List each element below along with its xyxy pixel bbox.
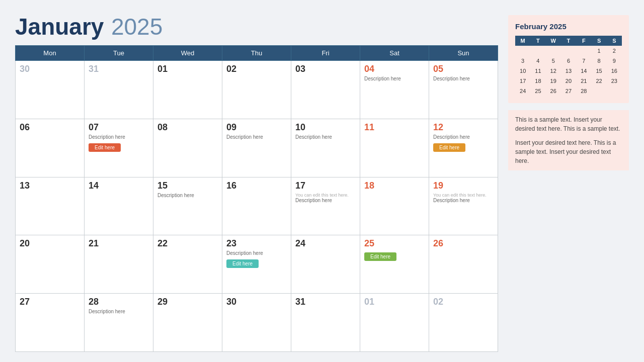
day-number: 14 <box>89 180 149 191</box>
mini-day-cell: 1 <box>591 46 606 56</box>
calendar-week-row: 131415Description here1617You can edit t… <box>16 177 498 235</box>
mini-day-cell: 9 <box>607 56 622 66</box>
mini-day-cell <box>546 46 561 56</box>
mini-calendar-container: February 2025 MTWTFSS 123456789101112131… <box>508 15 629 103</box>
mini-weekday-header: M <box>515 36 530 46</box>
mini-day-cell <box>515 46 530 56</box>
day-number: 31 <box>295 297 356 307</box>
sidebar-para2: Insert your desired text here. This is a… <box>515 138 622 165</box>
day-description: Description here <box>89 309 149 314</box>
main-title: January 2025 <box>15 15 498 38</box>
weekday-header-cell: Thu <box>222 46 291 61</box>
day-number: 13 <box>20 180 80 191</box>
day-number: 07 <box>89 122 149 133</box>
day-description: Description here <box>433 76 494 81</box>
day-number: 22 <box>157 238 218 249</box>
weekday-header-row: MonTueWedThuFriSatSun <box>16 46 498 61</box>
mini-weekday-header: W <box>546 36 561 46</box>
weekday-header-cell: Sun <box>429 46 498 61</box>
mini-week-row: 2425262728 <box>515 86 622 96</box>
calendar-day-cell: 05Description here <box>429 61 498 119</box>
mini-day-cell: 19 <box>546 76 561 86</box>
day-number: 23 <box>226 238 287 249</box>
mini-day-cell: 23 <box>607 76 622 86</box>
day-number: 01 <box>364 297 425 307</box>
right-panel: February 2025 MTWTFSS 123456789101112131… <box>508 15 629 352</box>
day-number: 21 <box>89 238 149 249</box>
year-label: 2025 <box>111 14 163 40</box>
calendar-day-cell: 01 <box>360 294 429 352</box>
calendar-day-cell: 28Description here <box>85 294 153 352</box>
calendar-day-cell: 23Description hereEdit here <box>222 235 291 294</box>
day-number: 02 <box>433 297 494 307</box>
calendar-day-cell: 15Description here <box>153 177 222 235</box>
day-number: 31 <box>89 64 149 74</box>
mini-day-cell: 27 <box>561 86 576 96</box>
day-number: 19 <box>433 180 494 191</box>
mini-day-cell: 26 <box>546 86 561 96</box>
edit-button[interactable]: Edit here <box>226 259 259 268</box>
edit-button[interactable]: Edit here <box>89 143 121 152</box>
day-number: 26 <box>433 238 494 249</box>
calendar-day-cell: 20 <box>16 235 85 294</box>
edit-button[interactable]: Edit here <box>433 143 465 152</box>
day-number: 27 <box>20 297 80 307</box>
day-description: Description here <box>89 134 149 140</box>
mini-day-cell: 7 <box>576 56 591 66</box>
day-number: 06 <box>20 122 80 133</box>
calendar-day-cell: 02 <box>222 61 291 119</box>
month-label: January <box>15 14 104 40</box>
day-number: 24 <box>295 238 356 249</box>
calendar-day-cell: 16 <box>222 177 291 235</box>
calendar-day-cell: 30 <box>222 294 291 352</box>
mini-day-cell: 11 <box>530 66 545 76</box>
mini-day-cell: 20 <box>561 76 576 86</box>
weekday-header-cell: Sat <box>360 46 429 61</box>
calendar-day-cell: 09Description here <box>222 119 291 177</box>
calendar-day-cell: 13 <box>16 177 85 235</box>
edit-button[interactable]: Edit here <box>364 252 396 261</box>
calendar-week-row: 0607Description hereEdit here0809Descrip… <box>16 119 498 177</box>
calendar-day-cell: 21 <box>85 235 153 294</box>
mini-weekday-header: T <box>561 36 576 46</box>
calendar-day-cell: 27 <box>16 294 85 352</box>
day-description: Description here <box>157 193 218 198</box>
day-number: 28 <box>89 297 149 307</box>
calendar-day-cell: 17You can edit this text here.Descriptio… <box>291 177 360 235</box>
calendar-day-cell: 11 <box>360 119 429 177</box>
day-number: 30 <box>20 64 80 74</box>
calendar-week-row: 303101020304Description here05Descriptio… <box>16 61 498 119</box>
mini-day-cell <box>607 86 622 96</box>
day-number: 08 <box>157 122 218 133</box>
day-number: 18 <box>364 180 425 191</box>
day-number: 09 <box>226 122 287 133</box>
day-description: Description here <box>226 134 287 140</box>
day-number: 16 <box>226 180 287 191</box>
calendar-day-cell: 14 <box>85 177 153 235</box>
day-number: 02 <box>226 64 287 74</box>
calendar-day-cell: 31 <box>291 294 360 352</box>
mini-day-cell: 5 <box>546 56 561 66</box>
mini-day-cell: 3 <box>515 56 530 66</box>
mini-day-cell: 28 <box>576 86 591 96</box>
mini-week-row: 10111213141516 <box>515 66 622 76</box>
mini-day-cell: 18 <box>530 76 545 86</box>
mini-week-row: 12 <box>515 46 622 56</box>
sidebar-para1: This is a sample text. Insert your desir… <box>515 115 622 133</box>
day-description: Description here <box>433 134 494 140</box>
calendar-day-cell: 30 <box>16 61 85 119</box>
calendar-day-cell: 06 <box>16 119 85 177</box>
day-number: 12 <box>433 122 494 133</box>
mini-day-cell <box>530 46 545 56</box>
day-number: 25 <box>364 238 425 249</box>
calendar-day-cell: 03 <box>291 61 360 119</box>
mini-day-cell: 25 <box>530 86 545 96</box>
mini-cal-title: February 2025 <box>515 22 622 31</box>
weekday-header-cell: Fri <box>291 46 360 61</box>
mini-day-cell <box>576 46 591 56</box>
mini-day-cell: 21 <box>576 76 591 86</box>
day-number: 20 <box>20 238 80 249</box>
day-number: 03 <box>295 64 356 74</box>
mini-week-row: 17181920212223 <box>515 76 622 86</box>
calendar-day-cell: 04Description here <box>360 61 429 119</box>
